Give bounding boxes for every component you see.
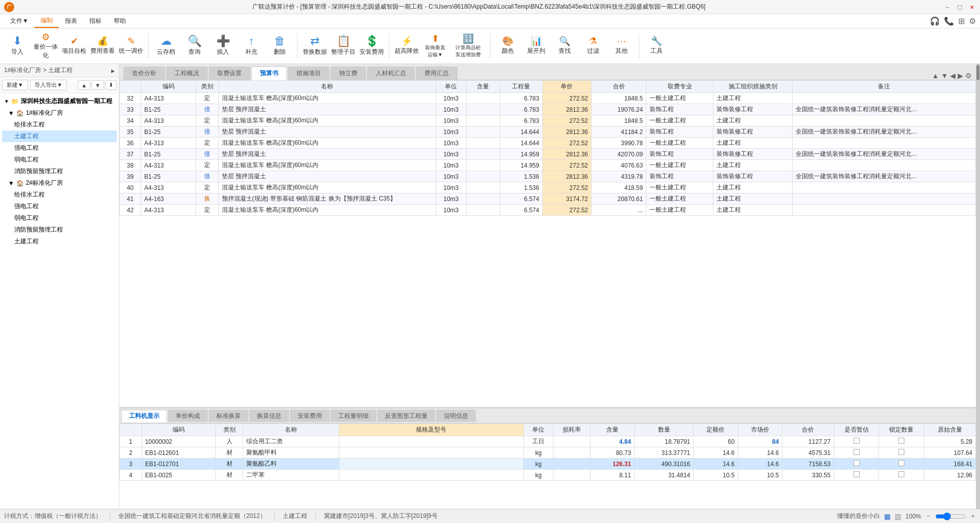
tree-item-factory1[interactable]: ▼ 🏠 1#标准化厂房 (2, 107, 117, 119)
tab-budget[interactable]: 预算书 (251, 67, 287, 80)
table-row[interactable]: 40A4-313定混凝土输送泵车 檐高(深度)60m以内10m31.536272… (120, 182, 976, 193)
checkbox[interactable] (898, 471, 904, 477)
list-item[interactable]: 3EB1-012701材聚氨酯乙料kg126.31490.3101614.614… (120, 459, 976, 470)
tab-fee-summary[interactable]: 费用汇总 (416, 67, 458, 80)
bottom-tab-price-composition[interactable]: 单价构成 (168, 410, 208, 422)
menu-edit[interactable]: 编制 (35, 14, 59, 28)
tree-item-water2[interactable]: 给排水工程 (2, 189, 117, 201)
table-row[interactable]: 38A4-313定混凝土输送泵车 檐高(深度)60m以内10m314.95927… (120, 160, 976, 171)
checkbox[interactable] (898, 449, 904, 455)
tree-item-weak2[interactable]: 弱电工程 (2, 212, 117, 224)
bottom-tab-qty-detail[interactable]: 工程量明细 (331, 410, 376, 422)
project-check-button[interactable]: ✔ 项目自检 (61, 31, 87, 61)
status-view2[interactable]: ▥ (895, 512, 901, 520)
expand-icon[interactable]: ▸ (111, 67, 115, 75)
tab-next-button[interactable]: ▶ (958, 72, 963, 80)
table-row[interactable]: 35B1-25借垫层 预拌混凝土10m314.6442812.3641184.2… (120, 126, 976, 138)
down-button[interactable]: ▼ (91, 80, 104, 90)
tree-item-fire1[interactable]: 消防预留预埋工程 (2, 166, 117, 177)
tree-item-civil2[interactable]: 土建工程 (2, 236, 117, 247)
checkbox[interactable] (854, 460, 860, 466)
tab-project-overview[interactable]: 工程概况 (166, 67, 208, 80)
minimize-button[interactable]: － (943, 3, 952, 11)
menu-index[interactable]: 指标 (83, 15, 108, 27)
cloud-archive-button[interactable]: ☁ 云存档 (153, 31, 179, 61)
collapse-button[interactable]: ⬇ (105, 80, 117, 90)
delete-button[interactable]: 🗑 删除 (267, 31, 293, 61)
import-export-button[interactable]: 导入导出▼ (30, 80, 67, 90)
expand-col-button[interactable]: 📊 展开列 (523, 31, 549, 61)
checkbox[interactable] (854, 438, 860, 444)
status-zoom-out[interactable]: － (925, 512, 931, 520)
tab-prev-button[interactable]: ◀ (950, 72, 956, 80)
tree-item-factory2[interactable]: ▼ 🏠 2#标准化厂房 (2, 177, 117, 189)
insert-button[interactable]: ➕ 插入 (210, 31, 236, 61)
tree-item-water1[interactable]: 给排水工程 (2, 119, 117, 130)
filter-button[interactable]: ⚗ 过滤 (580, 31, 606, 61)
price-integration-button[interactable]: ⚙ 量价一体化 (32, 31, 59, 61)
tab-fee-settings[interactable]: 取费设置 (209, 67, 250, 80)
concrete-pump-button[interactable]: 🔢 计算商品砼泵送增加费 (450, 31, 486, 61)
checkbox[interactable] (854, 449, 860, 455)
fee-view-button[interactable]: 💰 费用查看 (89, 31, 116, 61)
tab-labor-material[interactable]: 人材机汇总 (367, 67, 415, 80)
tree-item-project[interactable]: ▼ 📁 深圳科技生态园盛威智园一期工程 (2, 95, 117, 107)
menu-report[interactable]: 报表 (59, 15, 83, 27)
table-row[interactable]: 36A4-313定混凝土输送泵车 檐高(深度)60m以内10m314.64427… (120, 138, 976, 149)
tools-button[interactable]: 🔧 工具 (643, 31, 670, 61)
tree-item-fire2[interactable]: 消防预留预埋工程 (2, 224, 117, 236)
table-row[interactable]: 41A4-163换预拌混凝土(现浇) 带形基础 钢筋混凝土 换为【预拌混凝土 C… (120, 193, 976, 205)
bottom-tab-description[interactable]: 说明信息 (436, 410, 476, 422)
status-zoom-in[interactable]: ＋ (970, 512, 976, 520)
install-fee-button[interactable]: 💲 安装费用 (358, 31, 385, 61)
other-button[interactable]: ⋯ 其他 (608, 31, 635, 61)
table-row[interactable]: 37B1-25借垫层 预拌混凝土10m314.9592812.3642070.0… (120, 149, 976, 160)
tab-measures[interactable]: 措施项目 (288, 67, 330, 80)
up-button[interactable]: ▲ (78, 80, 90, 90)
bottom-tab-standard-convert[interactable]: 标准换算 (209, 410, 248, 422)
scroll-thumb[interactable] (976, 65, 979, 80)
color-button[interactable]: 🎨 颜色 (495, 31, 521, 61)
zoom-slider[interactable] (935, 512, 966, 520)
tab-up-button[interactable]: ▲ (932, 72, 939, 80)
vertical-transport-button[interactable]: ⬆ 装饰垂直运输▼ (422, 31, 448, 61)
menu-file[interactable]: 文件▼ (4, 15, 35, 27)
window-controls[interactable]: － □ × (943, 3, 976, 11)
super-high-button[interactable]: ⚡ 超高降效 (394, 31, 420, 61)
table-row[interactable]: 34A4-313定混凝土输送泵车 檐高(深度)60m以内10m36.783272… (120, 115, 976, 126)
settings-icon[interactable]: ⚙ (969, 16, 976, 26)
tree-item-civil1[interactable]: 土建工程 (2, 130, 117, 142)
table-row[interactable]: 32A4-313定混凝土输送泵车 檐高(深度)60m以内10m36.783272… (120, 93, 976, 104)
replace-data-button[interactable]: ⇄ 替换数据 (302, 31, 328, 61)
tab-settings-button[interactable]: ⚙ (965, 72, 972, 80)
tree-item-electric1[interactable]: 强电工程 (2, 142, 117, 154)
checkbox[interactable] (854, 471, 860, 477)
status-view1[interactable]: ▦ (884, 512, 891, 520)
checkbox[interactable] (898, 460, 904, 466)
list-item[interactable]: 110000002人综合用工二类工日4.8418.7879160841127.2… (120, 436, 976, 447)
tab-cost-analysis[interactable]: 造价分析 (123, 67, 165, 80)
table-row[interactable]: 33B1-25借垫层 预拌混凝土10m36.7832812.3619076.24… (120, 104, 976, 115)
sort-items-button[interactable]: 📋 整理子目 (330, 31, 356, 61)
search-button[interactable]: 🔍 查找 (551, 31, 578, 61)
maximize-button[interactable]: □ (956, 3, 964, 11)
checkbox[interactable] (898, 438, 904, 444)
query-button[interactable]: 🔍 查询 (181, 31, 208, 61)
close-button[interactable]: × (968, 3, 976, 11)
tree-item-electric2[interactable]: 强电工程 (2, 201, 117, 212)
bottom-tab-reverse-query[interactable]: 反查图形工程量 (377, 410, 435, 422)
tree-item-weak1[interactable]: 弱电工程 (2, 154, 117, 166)
unified-adjust-button[interactable]: ✎ 统一调价 (118, 31, 144, 61)
bottom-tab-labor[interactable]: 工料机显示 (121, 410, 167, 422)
new-button[interactable]: 新建▼ (2, 80, 28, 90)
tab-independent-fee[interactable]: 独立费 (331, 67, 366, 80)
list-item[interactable]: 2EB1-012601材聚氨酯甲料kg80.73313.3777114.614.… (120, 447, 976, 459)
table-row[interactable]: 39B1-25借垫层 预拌混凝土10m31.5362812.364319.78装… (120, 171, 976, 182)
list-item[interactable]: 4EB1-0025材二甲苯kg8.1131.481410.510.5330.55… (120, 470, 976, 481)
menu-help[interactable]: 帮助 (108, 15, 132, 27)
tab-down-button[interactable]: ▼ (941, 72, 948, 80)
import-button[interactable]: ⬇ 导入 (4, 31, 30, 61)
bottom-tab-convert-info[interactable]: 换算信息 (249, 410, 289, 422)
bottom-tab-install-fee[interactable]: 安装费用 (290, 410, 330, 422)
supplement-button[interactable]: ↑ 补充 (238, 31, 265, 61)
